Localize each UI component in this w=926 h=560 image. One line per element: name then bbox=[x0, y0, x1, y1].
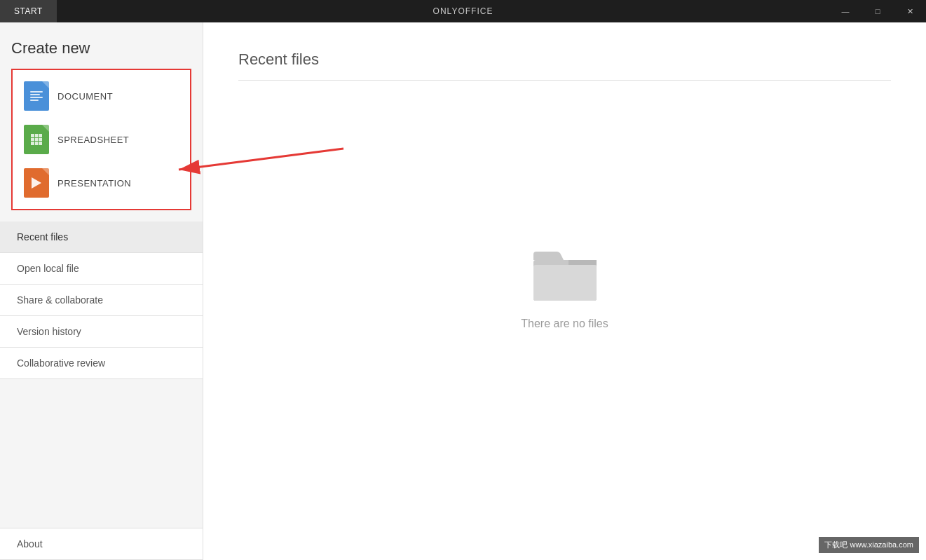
start-tab[interactable]: START bbox=[0, 0, 57, 22]
create-spreadsheet-item[interactable]: SPREADSHEET bbox=[18, 118, 184, 161]
window-controls: — □ ✕ bbox=[829, 0, 926, 22]
sidebar-item-recent-files[interactable]: Recent files bbox=[0, 221, 203, 253]
document-icon-lines bbox=[27, 86, 46, 107]
grid-cell-2 bbox=[35, 134, 39, 137]
doc-line-1 bbox=[30, 91, 43, 93]
watermark: 下载吧 www.xiazaiba.com bbox=[819, 537, 919, 553]
grid-cell-7 bbox=[31, 142, 34, 145]
spreadsheet-label: SPREADSHEET bbox=[57, 135, 129, 145]
nav-spacer bbox=[0, 379, 203, 528]
grid-cell-1 bbox=[31, 134, 34, 137]
app-title: ONLYOFFICE bbox=[433, 6, 493, 16]
close-button[interactable]: ✕ bbox=[894, 0, 926, 22]
play-triangle bbox=[32, 177, 41, 189]
spreadsheet-grid-icon bbox=[29, 132, 44, 147]
minimize-button[interactable]: — bbox=[829, 0, 862, 22]
maximize-button[interactable]: □ bbox=[862, 0, 894, 22]
sidebar-item-open-local-file[interactable]: Open local file bbox=[0, 253, 203, 285]
presentation-label: PRESENTATION bbox=[57, 178, 131, 189]
create-new-section: Create new DOCUMENT bbox=[0, 22, 203, 221]
doc-line-3 bbox=[30, 97, 43, 98]
svg-rect-1 bbox=[533, 265, 597, 301]
sidebar: Create new DOCUMENT bbox=[0, 22, 203, 560]
grid-cell-8 bbox=[35, 142, 39, 145]
doc-line-2 bbox=[30, 94, 40, 95]
folder-svg bbox=[530, 240, 600, 303]
sidebar-item-share-collaborate[interactable]: Share & collaborate bbox=[0, 285, 203, 316]
sidebar-item-version-history[interactable]: Version history bbox=[0, 316, 203, 348]
document-label: DOCUMENT bbox=[57, 91, 113, 102]
create-document-item[interactable]: DOCUMENT bbox=[18, 74, 184, 118]
empty-text: There are no files bbox=[521, 317, 608, 330]
document-icon bbox=[24, 81, 49, 111]
nav-section: Recent files Open local file Share & col… bbox=[0, 221, 203, 560]
sidebar-item-collaborative-review[interactable]: Collaborative review bbox=[0, 348, 203, 379]
grid-cell-3 bbox=[39, 134, 42, 137]
grid-cell-5 bbox=[35, 138, 39, 142]
grid-cell-9 bbox=[39, 142, 42, 145]
doc-line-4 bbox=[30, 100, 39, 101]
empty-state: There are no files bbox=[238, 81, 891, 532]
create-presentation-item[interactable]: PRESENTATION bbox=[18, 161, 184, 205]
spreadsheet-icon bbox=[24, 125, 49, 154]
recent-files-title: Recent files bbox=[238, 50, 891, 69]
sidebar-item-about[interactable]: About bbox=[0, 528, 203, 560]
create-new-title: Create new bbox=[11, 39, 191, 57]
empty-folder-icon bbox=[530, 240, 600, 306]
grid-cell-6 bbox=[39, 138, 42, 142]
presentation-play-icon bbox=[32, 177, 41, 189]
main-content: Recent files There are no files bbox=[203, 22, 926, 560]
create-new-box: DOCUMENT bbox=[11, 69, 191, 210]
presentation-icon bbox=[24, 168, 49, 198]
grid-cell-4 bbox=[31, 138, 34, 142]
app-body: Create new DOCUMENT bbox=[0, 22, 926, 560]
title-bar: START ONLYOFFICE — □ ✕ bbox=[0, 0, 926, 22]
